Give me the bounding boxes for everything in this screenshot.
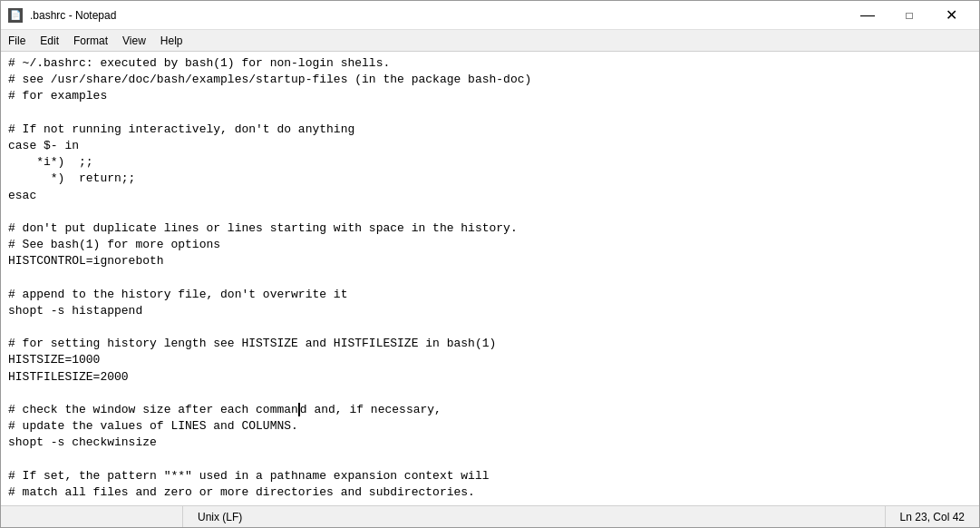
- text-line: HISTSIZE=1000: [1, 352, 979, 368]
- text-line: # See bash(1) for more options: [1, 237, 979, 253]
- text-line: # don't put duplicate lines or lines sta…: [1, 220, 979, 237]
- menu-file[interactable]: File: [1, 30, 33, 51]
- text-line: *) return;;: [1, 171, 979, 187]
- text-line: [1, 386, 979, 402]
- status-encoding: Unix (LF): [182, 506, 257, 527]
- text-line: HISTCONTROL=ignoreboth: [1, 253, 979, 269]
- text-line: *i*) ;;: [1, 154, 979, 171]
- title-bar-left: 📄 .bashrc - Notepad: [8, 8, 116, 23]
- text-line: [1, 319, 979, 336]
- text-line: # match all files and zero or more direc…: [1, 484, 979, 501]
- text-line: shopt -s checkwinsize: [1, 435, 979, 451]
- text-line: [1, 105, 979, 122]
- menu-edit[interactable]: Edit: [33, 30, 66, 51]
- text-editor[interactable]: # ~/.bashrc: executed by bash(1) for non…: [1, 52, 979, 505]
- title-bar: 📄 .bashrc - Notepad — □ ✕: [1, 1, 979, 30]
- text-line: shopt -s histappend: [1, 303, 979, 319]
- main-window: 📄 .bashrc - Notepad — □ ✕ File Edit Form…: [0, 0, 980, 528]
- text-line: # If not running interactively, don't do…: [1, 122, 979, 138]
- minimize-button[interactable]: —: [847, 1, 888, 30]
- text-line: # If set, the pattern "**" used in a pat…: [1, 468, 979, 484]
- text-line: # for examples: [1, 88, 979, 104]
- status-bar: Unix (LF) Ln 23, Col 42: [1, 505, 979, 527]
- text-line: case $- in: [1, 138, 979, 154]
- text-line: # append to the history file, don't over…: [1, 287, 979, 303]
- menu-view[interactable]: View: [115, 30, 153, 51]
- text-line: # check the window size after each comma…: [1, 402, 979, 418]
- status-position: Ln 23, Col 42: [885, 506, 979, 527]
- close-button[interactable]: ✕: [930, 1, 972, 30]
- menu-format[interactable]: Format: [66, 30, 115, 51]
- text-line: # see /usr/share/doc/bash/examples/start…: [1, 72, 979, 88]
- app-icon: 📄: [8, 8, 23, 23]
- text-line: esac: [1, 188, 979, 204]
- maximize-button[interactable]: □: [888, 1, 930, 30]
- menu-bar: File Edit Format View Help: [1, 30, 979, 52]
- text-line: # for setting history length see HISTSIZ…: [1, 336, 979, 352]
- editor-area: # ~/.bashrc: executed by bash(1) for non…: [1, 52, 979, 505]
- window-title: .bashrc - Notepad: [30, 9, 116, 22]
- text-line: [1, 452, 979, 468]
- text-line: HISTFILESIZE=2000: [1, 369, 979, 386]
- window-controls: — □ ✕: [847, 1, 972, 30]
- menu-help[interactable]: Help: [153, 30, 190, 51]
- text-line: [1, 204, 979, 220]
- text-line: [1, 269, 979, 286]
- text-line: # ~/.bashrc: executed by bash(1) for non…: [1, 55, 979, 72]
- text-cursor: ​: [298, 403, 300, 416]
- text-line: # update the values of LINES and COLUMNS…: [1, 418, 979, 435]
